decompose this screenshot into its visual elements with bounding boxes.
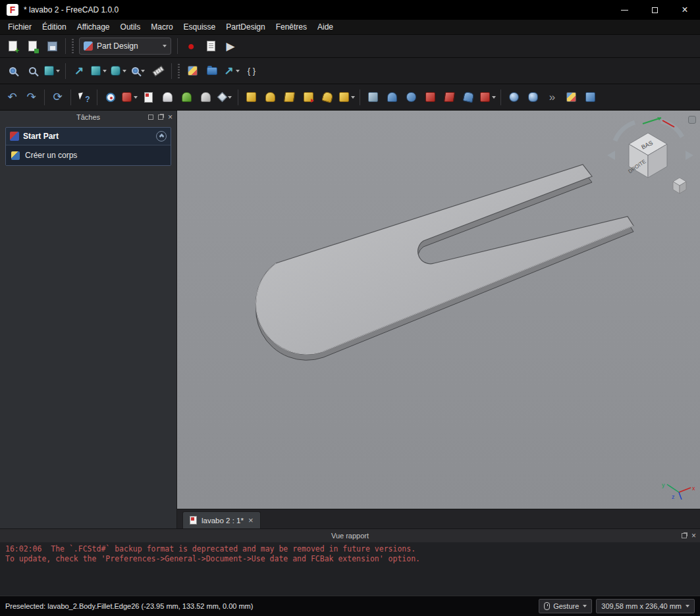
fit-selection-button[interactable] [22,61,42,81]
menu-aide[interactable]: Aide [312,20,338,34]
tab-close-icon[interactable]: × [248,515,254,525]
mini-cube-icon[interactable] [673,178,686,193]
create-group-button[interactable] [202,61,222,81]
open-document-button[interactable] [22,36,42,56]
panel-restore-icon[interactable] [158,115,163,120]
report-float-icon[interactable] [682,533,687,538]
new-document-button[interactable] [3,36,22,56]
zoom-button[interactable] [128,61,148,81]
statusbar: Preselected: lavabo_2.Body.Fillet.Edge26… [0,596,700,616]
minimize-button[interactable] [609,0,639,20]
chevron-down-icon [122,70,126,72]
clone-button[interactable] [177,88,196,107]
shape-binder-button[interactable] [158,88,177,107]
dressup-group-button[interactable] [562,88,581,107]
revolution-button[interactable] [261,88,280,107]
chevron-down-icon [236,70,240,72]
sub-shape-binder-button[interactable] [196,88,215,107]
document-tab-label: lavabo 2 : 1* [202,517,244,525]
view-dimensions-selector[interactable]: 309,58 mm x 236,40 mm [596,599,695,613]
menu-outils[interactable]: Outils [115,20,146,34]
subtractive-pipe-icon [444,92,455,102]
menu-macro[interactable]: Macro [146,20,178,34]
pocket-button[interactable] [363,88,383,107]
separator [171,63,172,79]
edit-sketch-button[interactable] [120,88,139,107]
menu-partdesign[interactable]: PartDesign [221,20,270,34]
create-body-task[interactable]: Créer un corps [6,145,171,165]
additive-helix-button[interactable] [318,88,337,107]
draw-style-cube-icon [44,66,54,76]
whats-this-button[interactable] [74,88,94,107]
map-sketch-button[interactable] [139,88,158,107]
additive-helix-icon [321,91,333,103]
rotate-right-arrow-icon[interactable] [686,151,693,160]
hole-button[interactable] [383,88,402,107]
separator [500,90,501,105]
panel-close-icon[interactable]: × [168,115,173,120]
document-tab[interactable]: lavabo 2 : 1* × [182,511,261,528]
start-part-header[interactable]: Start Part [6,128,171,145]
subtractive-pipe-button[interactable] [440,88,459,107]
additive-pipe-button[interactable] [299,88,318,107]
close-button[interactable]: × [670,0,700,20]
toolbar-partdesign: ↶ ↷ ⟳ » [0,84,700,111]
pad-button[interactable] [242,88,261,107]
refresh-button[interactable]: ⟳ [48,88,67,107]
additive-primitive-button[interactable] [337,88,356,107]
subtractive-helix-button[interactable] [459,88,478,107]
rotate-left-arrow-icon[interactable] [607,151,615,160]
link-actions-button[interactable]: ↗ [222,61,242,81]
report-close-icon[interactable]: × [691,533,696,538]
toolbar-grip[interactable] [72,39,74,53]
execute-macro-button[interactable]: ▶ [221,36,240,56]
hole-icon [387,92,397,102]
menu-fenetres[interactable]: Fenêtres [271,20,312,34]
transform-group-button[interactable] [581,88,600,107]
fit-all-button[interactable] [3,61,22,81]
draw-style-button[interactable] [42,61,62,81]
toolbar-grip[interactable] [178,64,180,78]
record-macro-button[interactable]: ● [181,36,201,56]
navigation-style-selector[interactable]: Gesture [539,599,592,613]
subtractive-loft-button[interactable] [421,88,440,107]
axonometric-button[interactable] [109,61,128,81]
menu-edition[interactable]: Édition [37,20,72,34]
create-datum-button[interactable] [215,88,234,107]
panel-float-icon[interactable] [148,115,153,120]
3d-view[interactable]: BAS DROITE y x z [177,111,700,509]
subtractive-primitive-button[interactable] [478,88,497,107]
chevron-down-icon [163,45,167,47]
save-document-button[interactable] [42,36,62,56]
rotate-left-arc-icon[interactable] [615,122,635,141]
model-top-face[interactable] [256,165,633,354]
maximize-button[interactable] [639,0,670,20]
groove-button[interactable] [402,88,421,107]
edit-macro-button[interactable] [201,36,221,56]
menu-affichage[interactable]: Affichage [72,20,115,34]
create-body-label: Créer un corps [25,151,77,160]
boolean-operation-button[interactable] [504,88,524,107]
x-axis-label: x [692,485,695,492]
redo-button[interactable]: ↷ [22,88,41,107]
create-sketch-button[interactable] [101,88,120,107]
collapse-section-button[interactable] [156,131,167,141]
toolbar-view-structure: ↗ ↗ { } [0,58,700,84]
menu-esquisse[interactable]: Esquisse [178,20,221,34]
report-view-content[interactable]: 16:02:06 The `.FCStd#` backup format is … [0,542,700,596]
navcube-menu-button[interactable] [688,116,696,124]
thickness-button[interactable] [524,88,543,107]
toolbar-overflow-button[interactable]: » [543,88,562,107]
rotate-right-arc-icon[interactable] [661,121,682,137]
menu-fichier[interactable]: Fichier [3,20,37,34]
create-part-button[interactable] [182,61,202,81]
expression-editor-button[interactable]: { } [242,61,261,81]
undo-button[interactable]: ↶ [3,88,22,107]
sync-view-button[interactable]: ↗ [69,61,89,81]
navigation-cube[interactable]: BAS DROITE [606,115,695,200]
additive-loft-button[interactable] [280,88,299,107]
workbench-selector[interactable]: Part Design [79,38,171,55]
subtractive-primitive-icon [480,92,490,102]
standard-views-button[interactable] [89,61,109,81]
measure-button[interactable] [148,61,168,81]
